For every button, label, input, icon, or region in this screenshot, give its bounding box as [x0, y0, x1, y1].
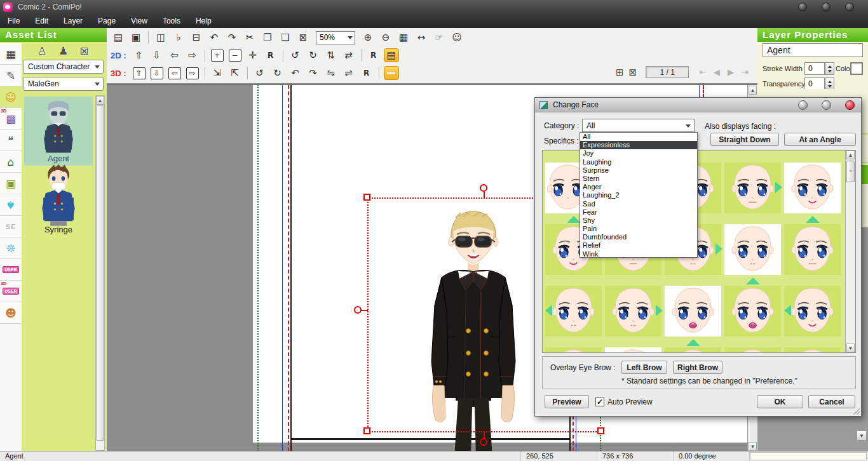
face-option[interactable]: [723, 215, 783, 276]
menu-item-layer[interactable]: Layer: [56, 15, 90, 27]
dialog-maximize-button[interactable]: [822, 100, 831, 110]
dropdown-option-surprise[interactable]: Surprise: [580, 166, 697, 175]
rotate-cw-icon[interactable]: ↻: [306, 48, 321, 62]
sidebar-tab-character-3d[interactable]: ▩3D: [0, 108, 22, 130]
face-option[interactable]: [544, 338, 604, 353]
open-file-icon[interactable]: ▤: [111, 30, 126, 44]
dropdown-option-sad[interactable]: Sad: [580, 200, 697, 208]
auto-play-icon[interactable]: ▶▶▶: [384, 66, 399, 80]
delete-asset-icon[interactable]: ⊠: [79, 44, 88, 57]
zoom-in-icon[interactable]: ⊕: [360, 30, 376, 44]
scrollbar-thumb[interactable]: ≡: [846, 161, 855, 182]
right-brow-button[interactable]: Right Brow: [673, 361, 722, 374]
face-option[interactable]: [663, 338, 723, 353]
menu-item-page[interactable]: Page: [90, 15, 123, 27]
face-option[interactable]: [604, 276, 663, 338]
menu-item-file[interactable]: File: [0, 15, 27, 27]
flip-vertical-icon[interactable]: ⇅: [323, 48, 339, 62]
reset-icon[interactable]: R: [359, 66, 374, 80]
scroll-down-icon[interactable]: ▼: [846, 344, 855, 352]
dropdown-option-fear[interactable]: Fear: [580, 208, 697, 217]
selection-handle-bottomleft[interactable]: [363, 427, 370, 434]
turn-right-icon[interactable]: ↷: [306, 66, 321, 80]
menu-item-edit[interactable]: Edit: [27, 15, 56, 27]
selection-handle-bottomright[interactable]: [597, 427, 604, 434]
face-option[interactable]: [544, 276, 604, 338]
zoom-in-box-icon[interactable]: +: [211, 50, 224, 62]
select-character-icon[interactable]: ☞: [431, 30, 447, 44]
dialog-resize-grip[interactable]: [853, 408, 860, 415]
scroll-up-icon[interactable]: ▲: [96, 96, 104, 105]
color-swatch[interactable]: [850, 62, 863, 75]
menu-item-view[interactable]: View: [123, 15, 155, 27]
cancel-button[interactable]: Cancel: [808, 395, 855, 408]
redo-icon[interactable]: ↷: [224, 30, 240, 44]
asset-item-agent[interactable]: Agent: [24, 97, 93, 166]
zoom-out-icon[interactable]: ⊖: [378, 30, 393, 44]
scroll-down-icon[interactable]: ▼: [749, 442, 757, 451]
rotate-reset-icon[interactable]: R: [366, 48, 381, 62]
add-character-icon[interactable]: ♙: [37, 44, 47, 57]
window-maximize-button[interactable]: [822, 3, 831, 11]
panel-width-icon[interactable]: ↔: [414, 30, 429, 44]
stroke-width-stepper[interactable]: [825, 62, 834, 75]
selection-rotate-handle-bottom[interactable]: [480, 438, 487, 446]
scale-down-icon[interactable]: ⇲: [210, 66, 225, 80]
nav-last-icon[interactable]: ⇥: [742, 67, 749, 77]
stroke-width-input[interactable]: 0: [804, 62, 825, 75]
turn-left-icon[interactable]: ↶: [288, 66, 303, 80]
arrow-up-box-icon[interactable]: ⇧: [133, 67, 146, 79]
asset-item-syringe[interactable]: Syringe: [24, 163, 93, 234]
scroll-down-icon[interactable]: ▼: [857, 431, 867, 441]
zoom-out-box-icon[interactable]: −: [229, 50, 241, 62]
asset-scrollbar[interactable]: ▲ ▼: [95, 95, 105, 460]
reset-icon[interactable]: R: [263, 48, 278, 62]
delete-page-icon[interactable]: ⊠: [629, 67, 637, 78]
new-page-icon[interactable]: ⊞: [616, 67, 624, 78]
save-icon[interactable]: ▣: [128, 30, 144, 44]
dropdown-option-relief[interactable]: Relief: [580, 241, 697, 250]
asset-category-dropdown[interactable]: Custom Character: [23, 60, 104, 74]
arrow-down-box-icon[interactable]: ⇩: [151, 67, 163, 79]
sidebar-tab-character[interactable]: ☺: [0, 86, 22, 108]
paste-icon[interactable]: ❏: [278, 30, 293, 44]
face-option[interactable]: [723, 276, 783, 338]
straight-down-button[interactable]: Straight Down: [710, 133, 779, 146]
face-option[interactable]: [783, 153, 843, 215]
export-page-icon[interactable]: ◫: [153, 30, 168, 44]
sidebar-tab-text[interactable]: ✎: [0, 65, 22, 86]
dialog-titlebar[interactable]: Change Face: [535, 98, 861, 112]
agent-character[interactable]: [397, 210, 550, 451]
sidebar-tab-background[interactable]: ⌂: [0, 151, 22, 173]
dropdown-option-joy[interactable]: Joy: [580, 149, 697, 157]
pose-right-icon[interactable]: ⇌: [341, 66, 356, 80]
selection-handle-topleft[interactable]: [363, 194, 370, 201]
sidebar-tab-user-2d[interactable]: USER: [0, 259, 22, 281]
asset-generator-dropdown[interactable]: MaleGen: [23, 77, 104, 91]
publish-icon[interactable]: ♭: [171, 30, 186, 44]
category-dropdown[interactable]: All: [582, 119, 695, 132]
sidebar-tab-effect-flash[interactable]: ❊: [0, 237, 22, 259]
dropdown-option-anger[interactable]: Anger: [580, 183, 697, 191]
pose-left-icon[interactable]: ⇋: [323, 66, 339, 80]
nav-first-icon[interactable]: ⇤: [699, 67, 706, 77]
layer-name-input[interactable]: Agent: [763, 43, 863, 57]
dropdown-option-all[interactable]: All: [580, 133, 697, 141]
arrow-right-icon[interactable]: ⇨: [185, 48, 200, 62]
sidebar-tab-panel-layout[interactable]: ▦: [0, 43, 22, 65]
dropdown-option-shy[interactable]: Shy: [580, 217, 697, 225]
face-option[interactable]: [783, 276, 843, 338]
arrow-right-box-icon[interactable]: ⇨: [186, 67, 199, 79]
sidebar-tab-effect-drop[interactable]: ♠: [0, 194, 22, 216]
scroll-up-icon[interactable]: ▲: [846, 150, 855, 159]
delete-icon[interactable]: ⊠: [295, 30, 311, 44]
sidebar-tab-item[interactable]: ▣: [0, 173, 22, 194]
panel-grid-icon[interactable]: ▦: [396, 30, 411, 44]
selection-rotate-handle-top[interactable]: [480, 184, 487, 192]
dropdown-option-stern[interactable]: Stern: [580, 175, 697, 183]
dialog-close-button[interactable]: [845, 100, 855, 110]
scale-up-icon[interactable]: ⇱: [227, 66, 243, 80]
ok-button[interactable]: OK: [757, 395, 803, 408]
dropdown-option-pain[interactable]: Pain: [580, 225, 697, 233]
rotate-body-left-icon[interactable]: ↺: [252, 66, 268, 80]
